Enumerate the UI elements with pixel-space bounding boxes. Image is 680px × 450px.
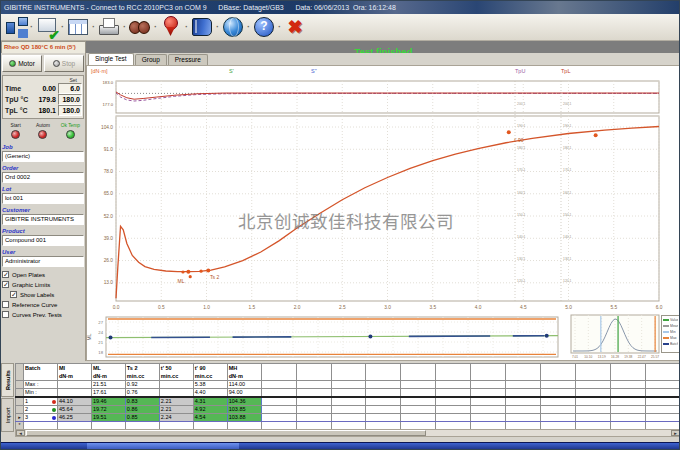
result-cell[interactable]: 4.54 xyxy=(193,414,227,422)
exit-icon[interactable] xyxy=(284,16,306,38)
reading-setpoint[interactable]: 6.0 xyxy=(58,83,82,94)
certificate-icon[interactable] xyxy=(160,16,182,38)
result-cell[interactable]: 46.25 xyxy=(57,414,91,422)
result-cell[interactable]: 19.72 xyxy=(91,406,125,414)
result-cell[interactable]: 44.10 xyxy=(57,397,91,406)
field-input-lot[interactable]: lot 001 xyxy=(2,193,84,204)
limit-value: 114.00 xyxy=(227,381,261,389)
empty-cell xyxy=(576,414,611,422)
result-cell[interactable]: 45.64 xyxy=(57,406,91,414)
side-tab-results[interactable]: Results xyxy=(1,363,14,397)
test-icon[interactable] xyxy=(36,16,58,38)
field-label-product: Product xyxy=(2,227,84,235)
column-header[interactable]: MIdN·m xyxy=(57,364,91,381)
empty-cell xyxy=(331,406,366,414)
indicator-led-icon xyxy=(11,130,20,139)
empty-cell xyxy=(436,381,471,389)
result-cell[interactable]: 103.88 xyxy=(227,414,261,422)
result-cell[interactable]: 4.31 xyxy=(193,397,227,406)
legend-entry: Batch xyxy=(663,341,678,347)
field-input-product[interactable]: Compound 001 xyxy=(2,235,84,246)
reading-setpoint[interactable]: 180.0 xyxy=(58,105,82,116)
search-icon[interactable] xyxy=(129,16,151,38)
legend-label: Value xyxy=(670,318,678,322)
field-input-user[interactable]: Administrator xyxy=(2,256,84,267)
help-icon[interactable] xyxy=(253,16,275,38)
legend-swatch-icon xyxy=(663,337,669,339)
column-header[interactable]: t' 50min.cc xyxy=(159,364,193,381)
tab-single-test[interactable]: Single Test xyxy=(88,53,134,65)
column-header-empty xyxy=(436,364,471,381)
results-area: ResultsImport BatchMIdN·mMLdN·mTs 2min.c… xyxy=(1,361,680,442)
column-header[interactable]: MLdN·m xyxy=(91,364,125,381)
limit-value xyxy=(159,381,193,389)
result-cell[interactable]: 2.21 xyxy=(159,406,193,414)
stop-button[interactable]: Stop xyxy=(44,55,84,72)
checkbox-row: Curves Prev. Tests xyxy=(2,311,84,318)
print-icon[interactable] xyxy=(98,16,120,38)
column-header-empty xyxy=(471,364,506,381)
checkbox[interactable]: ✓ xyxy=(2,271,9,278)
legend-label: Batch xyxy=(670,342,678,346)
empty-cell xyxy=(401,406,436,414)
tab-pressure[interactable]: Pressure xyxy=(168,54,208,65)
legend-swatch-icon xyxy=(663,325,669,327)
empty-cell xyxy=(506,414,541,422)
checkbox[interactable] xyxy=(2,301,9,308)
horizontal-scrollbar[interactable]: ◄ ► xyxy=(15,429,680,437)
checkbox[interactable]: ✓ xyxy=(10,291,17,298)
column-header[interactable]: Batch xyxy=(23,364,57,381)
test-config-tab[interactable]: Rheo QD 180°C 6 min (5') xyxy=(1,41,86,53)
book-icon[interactable] xyxy=(191,16,213,38)
scroll-left-icon[interactable]: ◄ xyxy=(16,430,25,436)
checkbox[interactable] xyxy=(2,311,9,318)
reading-value: 0.00 xyxy=(31,84,58,93)
empty-cell xyxy=(331,397,366,406)
tab-group[interactable]: Group xyxy=(135,54,167,65)
reading-label: Time xyxy=(5,84,31,93)
field-label-lot: Lot xyxy=(2,185,84,193)
scroll-right-icon[interactable]: ► xyxy=(671,430,680,436)
result-cell[interactable]: 0.83 xyxy=(125,397,159,406)
checkbox[interactable]: ✓ xyxy=(2,281,9,288)
motor-button[interactable]: Motor xyxy=(2,55,42,72)
empty-cell xyxy=(471,406,506,414)
batch-cell[interactable]: 1 xyxy=(23,397,57,406)
field-input-job[interactable]: (Generic) xyxy=(2,151,84,162)
result-cell[interactable]: 2.21 xyxy=(159,397,193,406)
taskbar[interactable] xyxy=(1,442,680,450)
taskbar-segment[interactable] xyxy=(87,443,239,450)
column-header[interactable]: Ts 2min.cc xyxy=(125,364,159,381)
globe-icon[interactable] xyxy=(222,16,244,38)
side-tab-import[interactable]: Import xyxy=(1,398,14,432)
result-cell[interactable]: 4.92 xyxy=(193,406,227,414)
empty-cell xyxy=(541,381,576,389)
result-cell[interactable]: 2.24 xyxy=(159,414,193,422)
scrollbar-thumb[interactable] xyxy=(26,430,426,436)
reading-row: Time0.006.0 xyxy=(5,83,81,94)
empty-cell xyxy=(261,389,296,398)
result-cell[interactable]: 0.86 xyxy=(125,406,159,414)
field-input-customer[interactable]: GIBITRE INSTRUMENTS xyxy=(2,214,84,225)
batch-cell[interactable]: 3 xyxy=(23,414,57,422)
result-cell[interactable]: 104.36 xyxy=(227,397,261,406)
empty-cell xyxy=(541,414,576,422)
reading-setpoint[interactable]: 180.0 xyxy=(58,94,82,105)
checkbox-row: ✓Show Labels xyxy=(10,291,84,298)
empty-cell xyxy=(296,414,331,422)
result-cell[interactable]: 19.51 xyxy=(91,414,125,422)
result-cell[interactable]: 19.46 xyxy=(91,397,125,406)
result-cell[interactable]: 103.85 xyxy=(227,406,261,414)
empty-cell xyxy=(506,397,541,406)
flowchart-icon[interactable] xyxy=(5,16,27,38)
toolbar-separator: · xyxy=(30,22,33,32)
batch-color-dot-icon xyxy=(52,416,56,420)
batch-cell[interactable]: 2 xyxy=(23,406,57,414)
column-header[interactable]: MHdN·m xyxy=(227,364,261,381)
empty-cell xyxy=(436,389,471,398)
result-cell[interactable]: 0.85 xyxy=(125,414,159,422)
column-header[interactable]: t' 90min.cc xyxy=(193,364,227,381)
field-input-order[interactable]: Ord 0002 xyxy=(2,172,84,183)
table-icon[interactable] xyxy=(67,16,89,38)
empty-cell xyxy=(645,381,680,389)
